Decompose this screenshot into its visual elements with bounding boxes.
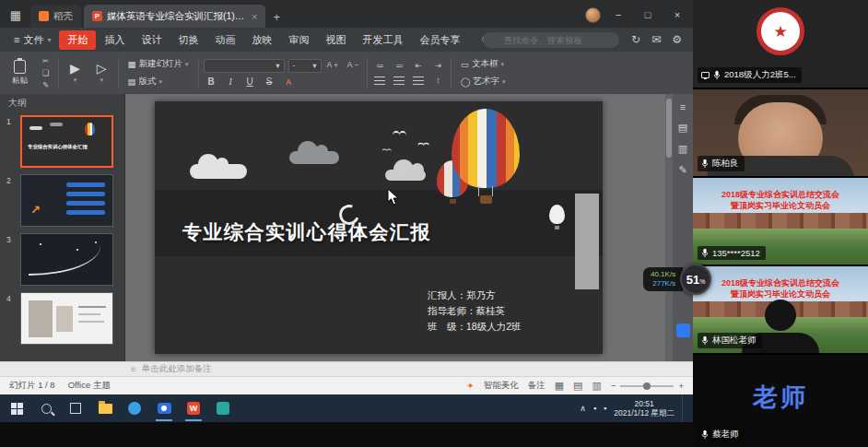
bullets-icon[interactable]: ≔	[372, 60, 388, 71]
copy-icon[interactable]: ❏	[38, 67, 53, 78]
scrollbar-thumb[interactable]	[666, 99, 672, 158]
participant-tile-host[interactable]: ★ 2018级人力2班5...	[693, 0, 868, 88]
sync-icon[interactable]: ↻	[631, 33, 640, 46]
tray-expand-icon[interactable]: ∧	[580, 404, 586, 413]
maximize-button[interactable]: □	[636, 6, 660, 24]
file-explorer-button[interactable]	[90, 394, 120, 422]
font-size-select[interactable]: - ▾	[288, 59, 322, 73]
zoom-slider-knob[interactable]	[643, 382, 651, 390]
sorter-view-icon[interactable]: ▤	[573, 380, 582, 392]
assistant-widget-icon[interactable]	[676, 323, 690, 337]
slide-title[interactable]: 专业综合实训心得体会汇报	[182, 219, 431, 245]
slide-thumbnail-2[interactable]: 2 ↗	[6, 174, 120, 227]
font-color-icon[interactable]: A	[281, 76, 297, 88]
indent-increase-icon[interactable]: ⇥	[430, 60, 446, 71]
indent-decrease-icon[interactable]: ⇤	[411, 60, 427, 71]
font-shrink-icon[interactable]: A－	[346, 60, 362, 71]
participant-tile-video[interactable]: 陈柏良	[693, 89, 868, 176]
align-right-icon[interactable]	[411, 75, 427, 86]
play-from-current-button[interactable]: ▶ ▾	[64, 62, 87, 84]
outline-tab[interactable]: 大纲	[8, 97, 27, 110]
volume-icon[interactable]: ▪	[604, 404, 606, 413]
strikethrough-button[interactable]: S	[262, 76, 277, 88]
edit-panel-icon[interactable]: ✎	[678, 164, 686, 176]
docs-app-button[interactable]	[208, 394, 238, 422]
slide-thumbnail-1[interactable]: 1 专业综合实训心得体会汇报	[6, 115, 120, 168]
browser-button[interactable]	[120, 394, 149, 422]
menu-tab-insert[interactable]: 插入	[96, 30, 133, 50]
taskbar-clock[interactable]: 20:51 2021/1/12 星期二	[614, 399, 674, 418]
meeting-app-button[interactable]	[149, 394, 179, 422]
menu-tab-transition[interactable]: 切换	[170, 30, 206, 50]
action-center-edge[interactable]	[682, 394, 687, 422]
current-slide[interactable]: 专业综合实训心得体会汇报 汇报人：郑乃方 指导老师：蔡桂英 班 级：18级人力2…	[155, 101, 603, 354]
font-family-select[interactable]: ▾	[204, 59, 285, 73]
notes-bar[interactable]: ≡ 单击此处添加备注	[0, 361, 693, 376]
cut-icon[interactable]: ✂	[38, 55, 53, 66]
numbering-icon[interactable]: ≕	[392, 60, 407, 71]
properties-panel-icon[interactable]: ≡	[680, 101, 686, 112]
memory-usage-ball[interactable]: 51%	[680, 264, 711, 295]
tab-shell-store[interactable]: 稻壳	[30, 5, 81, 28]
play-from-start-button[interactable]: ▷ ▾	[90, 62, 113, 84]
agenda-bar	[66, 210, 105, 215]
align-center-icon[interactable]	[392, 75, 407, 86]
minimize-button[interactable]: −	[606, 6, 630, 24]
zoom-out-icon[interactable]: −	[611, 381, 616, 391]
layout-button[interactable]: ▤ 版式 ▾	[123, 75, 168, 88]
tab-document[interactable]: P 媒体英语专业综合实训汇报(1)(3) ×	[84, 5, 265, 28]
align-left-icon[interactable]	[372, 75, 388, 86]
notes-toggle-button[interactable]: 备注	[528, 380, 545, 392]
reading-view-icon[interactable]: ▥	[592, 380, 601, 392]
underline-button[interactable]: U	[242, 76, 258, 88]
user-avatar[interactable]	[585, 7, 601, 23]
slide-thumbnail-4[interactable]: 4	[6, 292, 120, 345]
font-grow-icon[interactable]: A＋	[325, 60, 342, 71]
home-menu-icon[interactable]: ▦	[4, 4, 28, 26]
menu-tab-design[interactable]: 设计	[133, 30, 170, 50]
participant-tile-avatar[interactable]: 老师 蔡老师	[693, 355, 868, 447]
start-button[interactable]	[2, 394, 31, 422]
menu-tab-slideshow[interactable]: 放映	[243, 30, 280, 50]
search-input[interactable]	[483, 32, 619, 48]
paste-button[interactable]: 粘贴	[6, 60, 34, 87]
participant-tile-banner-person[interactable]: 2018级专业综合实训总结交流会 暨顶岗实习毕业论文动员会 林国松老师	[693, 266, 868, 353]
file-menu[interactable]: ≡ 文件 ▾	[6, 30, 59, 50]
vertical-scrollbar[interactable]	[665, 94, 673, 361]
zoom-in-icon[interactable]: +	[678, 381, 684, 391]
slide-info-block[interactable]: 汇报人：郑乃方 指导老师：蔡桂英 班 级：18级人力2班	[428, 288, 522, 335]
beautify-button[interactable]: 智能美化	[484, 380, 519, 392]
network-speed-widget[interactable]: 40.1K/s 277K/s 51%	[643, 264, 711, 295]
selection-panel-icon[interactable]: ▥	[678, 143, 687, 155]
task-view-button[interactable]	[61, 394, 90, 422]
tab-close-icon[interactable]: ×	[250, 11, 257, 22]
screen: ▦ 稻壳 P 媒体英语专业综合实训汇报(1)(3) × + − □ × ≡ 文	[0, 0, 868, 447]
menu-tab-animation[interactable]: 动画	[206, 30, 243, 50]
menu-tab-devtools[interactable]: 开发工具	[354, 30, 411, 50]
wordart-button[interactable]: ◯ 艺术字 ▾	[456, 75, 510, 88]
message-icon[interactable]: ✉	[651, 33, 661, 46]
normal-view-icon[interactable]: ▦	[555, 380, 564, 392]
line-spacing-icon[interactable]: ↕	[430, 75, 446, 86]
wps-app-button[interactable]: W	[179, 394, 208, 422]
theme-name[interactable]: Office 主题	[68, 380, 111, 392]
menu-tab-home[interactable]: 开始	[59, 30, 96, 50]
menu-tab-review[interactable]: 审阅	[280, 30, 317, 50]
close-button[interactable]: ×	[665, 6, 689, 24]
format-painter-icon[interactable]: ✎	[38, 79, 53, 90]
menu-tab-view[interactable]: 视图	[317, 30, 354, 50]
italic-button[interactable]: I	[223, 76, 239, 88]
ribbon-toolbar: 粘贴 ✂ ❏ ✎ ▶ ▾ ▷ ▾	[0, 52, 693, 94]
animation-panel-icon[interactable]: ▤	[678, 122, 687, 134]
zoom-slider[interactable]	[620, 385, 674, 387]
textbox-button[interactable]: ▭ 文本框 ▾	[456, 57, 509, 71]
participant-tile-banner[interactable]: 2018级专业综合实训总结交流会 暨顶岗实习毕业论文动员会 135****251…	[693, 178, 868, 265]
bold-button[interactable]: B	[204, 76, 219, 88]
new-tab-button[interactable]: +	[265, 10, 287, 28]
new-slide-button[interactable]: ▦ 新建幻灯片 ▾	[123, 57, 194, 71]
settings-gear-icon[interactable]: ⚙	[672, 33, 682, 46]
network-icon[interactable]: ▪	[593, 404, 596, 413]
slide-thumbnail-3[interactable]: 3	[6, 233, 120, 286]
taskbar-search-button[interactable]	[31, 394, 61, 422]
menu-tab-member[interactable]: 会员专享	[411, 30, 468, 50]
